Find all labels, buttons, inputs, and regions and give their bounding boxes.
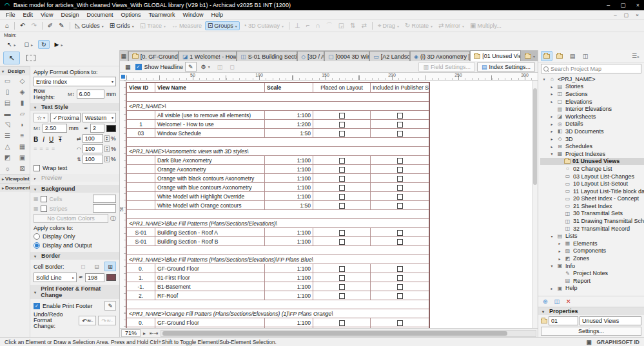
tree-item-lists[interactable]: ▾▤Lists — [540, 232, 644, 240]
view-id-cell[interactable]: 0. — [127, 318, 155, 327]
child-close-button[interactable]: × — [636, 12, 639, 18]
child-minimize-button[interactable]: – — [614, 12, 616, 18]
placed-checkbox[interactable] — [339, 131, 345, 137]
line-type-select[interactable]: Solid Line▸ — [34, 273, 77, 282]
scale-cell[interactable]: 1:50 — [265, 201, 313, 210]
publisher-checkbox[interactable] — [397, 230, 403, 236]
redo-button[interactable]: ↷ — [28, 21, 39, 30]
pickup-parameters-button[interactable]: ✐ — [45, 21, 55, 30]
child-restore-button[interactable]: ▢ — [624, 12, 629, 18]
view-name-cell[interactable]: 01-First Floor — [155, 273, 265, 282]
border-all-button[interactable]: ⊞ — [104, 262, 116, 271]
tree-item-elevations[interactable]: ▸▢Elevations — [540, 98, 644, 106]
placed-checkbox[interactable] — [339, 239, 345, 245]
row-height-input[interactable]: 6.00 — [77, 90, 104, 99]
wrap-text-checkbox[interactable]: Wrap text — [34, 165, 116, 171]
window-tool[interactable]: ▯ — [0, 86, 15, 97]
align-justify-button[interactable]: ≡ — [52, 146, 55, 152]
stepper-icon[interactable]: ▲▼ — [104, 146, 110, 152]
text-size-input[interactable]: 2.50 — [43, 124, 67, 133]
project-map-icon[interactable] — [541, 51, 552, 61]
placed-checkbox[interactable] — [339, 176, 345, 182]
publisher-checkbox[interactable] — [397, 203, 403, 209]
view-name-cell[interactable]: Building Section - Roof B — [155, 237, 265, 246]
placed-cell[interactable] — [313, 228, 371, 237]
placed-cell[interactable] — [313, 156, 371, 165]
italic-button[interactable]: I — [43, 136, 44, 143]
merge-cells-icon[interactable]: ◫ — [215, 62, 226, 72]
index-row[interactable]: White Model with Orange contours1:50 — [127, 201, 429, 210]
view-name-cell[interactable]: Orange with black contours Axonometry — [155, 174, 265, 183]
tree-expander-icon[interactable]: ▸ — [557, 241, 562, 245]
split-button[interactable]: ⊥ — [292, 21, 303, 30]
border-horizontal-button[interactable]: ⊟ — [91, 262, 102, 271]
stair-tool[interactable]: ☰ — [0, 130, 15, 141]
view-name-cell[interactable]: RF-Roof — [155, 291, 265, 300]
align-center-button[interactable]: ≡ — [39, 146, 43, 152]
delete-icon[interactable]: ✕ — [566, 298, 571, 305]
tree-expander-icon[interactable]: ▸ — [549, 84, 554, 89]
index-row[interactable]: 0.GF-Ground Floor1:100 — [127, 264, 429, 273]
settings-button[interactable]: Settings... — [541, 327, 641, 336]
stepper-icon[interactable]: ▲▼ — [104, 156, 110, 162]
tab-overview-button[interactable]: ▦ — [120, 51, 128, 61]
view-id-cell[interactable]: -1. — [127, 282, 155, 291]
mirror-button[interactable]: ⇄Mirror▾ — [436, 21, 467, 30]
tree-expander-icon[interactable]: ▾ — [549, 151, 554, 156]
placed-checkbox[interactable] — [339, 122, 345, 128]
tree-item-30-transmittal-sets[interactable]: ◫30 Transmittal Sets — [540, 210, 644, 218]
print-footer-section-header[interactable]: ▾Print Footer & Format Change — [30, 285, 119, 299]
menu-help[interactable]: Help — [208, 12, 228, 18]
tree-item-sections[interactable]: ▸◫Sections — [540, 90, 644, 98]
index-row[interactable]: 03Window Schedule1:50 — [127, 129, 429, 138]
stripes-checkbox[interactable]: Stripes — [41, 206, 68, 212]
scale-cell[interactable]: 1:100 — [265, 291, 313, 300]
tab-3d-all[interactable]: ◇[3D / All] — [297, 51, 324, 61]
zoom-level[interactable]: 71% — [121, 329, 141, 337]
placed-cell[interactable] — [313, 237, 371, 246]
publisher-cell[interactable] — [371, 183, 429, 192]
marquee-info-button[interactable]: ◻▸ — [21, 40, 37, 49]
tree-item-schedules[interactable]: ▸⊞Schedules — [540, 142, 644, 150]
vertical-scrollbar[interactable] — [532, 81, 538, 328]
tree-item-zones[interactable]: ▸◩Zones — [540, 255, 644, 262]
view-id-cell[interactable]: S-01 — [127, 228, 155, 237]
tree-expander-icon[interactable]: ▸ — [549, 91, 554, 96]
index-row[interactable]: Dark Blue Axonometry1:100 — [127, 156, 429, 165]
view-id-cell[interactable]: 0. — [127, 264, 155, 273]
split-cells-icon[interactable]: ◻ — [227, 62, 237, 72]
view-id-cell[interactable]: S-01 — [127, 237, 155, 246]
index-settings-button[interactable]: ▤Index Settings... — [477, 62, 535, 72]
view-id-cell[interactable] — [127, 165, 155, 174]
tree-item--prj-name-[interactable]: ▾⌂<PRJ_NAME> — [540, 75, 644, 83]
menu-window[interactable]: Window — [179, 12, 207, 18]
slab-tool[interactable]: ▱ — [15, 108, 30, 119]
arrow-info-button[interactable]: ↖▸ — [4, 40, 19, 49]
tree-expander-icon[interactable]: ▸ — [549, 99, 554, 104]
toolbox-document-header[interactable]: ▸Document — [0, 183, 30, 192]
border-color-swatch[interactable] — [106, 274, 116, 281]
script-select[interactable]: Western▾ — [83, 113, 116, 122]
publisher-checkbox[interactable] — [397, 167, 403, 173]
view-name-cell[interactable]: White Model with Highlight Override — [155, 192, 265, 201]
no-custom-colors-button[interactable]: No Custom Colors — [34, 214, 108, 223]
roof-tool[interactable]: ◹ — [0, 119, 15, 130]
placed-checkbox[interactable] — [339, 275, 345, 281]
tree-item-3d-documents[interactable]: ▸◧3D Documents — [540, 128, 644, 135]
tab-3d-axonometry[interactable]: ◈(i) 3D Axonometry [3D Ax... — [410, 51, 470, 61]
view-id-cell[interactable] — [127, 201, 155, 210]
view-name-cell[interactable]: GF-Ground Floor — [155, 318, 265, 327]
view-id-cell[interactable]: 1. — [127, 273, 155, 282]
publisher-cell[interactable] — [371, 282, 429, 291]
guides-button[interactable]: ◺Guides▾ — [73, 21, 106, 30]
tree-item-3d[interactable]: ▸◇3D — [540, 135, 644, 143]
tree-item-elements[interactable]: ▸▦Elements — [540, 240, 644, 247]
stripes-color-swatch[interactable] — [93, 204, 116, 213]
tree-item-31-drawing-transmittal-schedule[interactable]: ◫31 Drawing Transmittal Schedule — [540, 217, 644, 225]
placed-cell[interactable] — [313, 111, 371, 120]
index-canvas[interactable]: 50 View IDView NameScalePlaced on Layout… — [120, 81, 538, 328]
arrow-tool-button[interactable]: ▶▸ — [52, 40, 66, 49]
index-row[interactable]: S-01Building Section - Roof A1:100 — [127, 228, 429, 237]
edit-footer-button[interactable]: ✎ — [104, 301, 116, 311]
view-name-cell[interactable]: Dark Blue Axonometry — [155, 156, 265, 165]
